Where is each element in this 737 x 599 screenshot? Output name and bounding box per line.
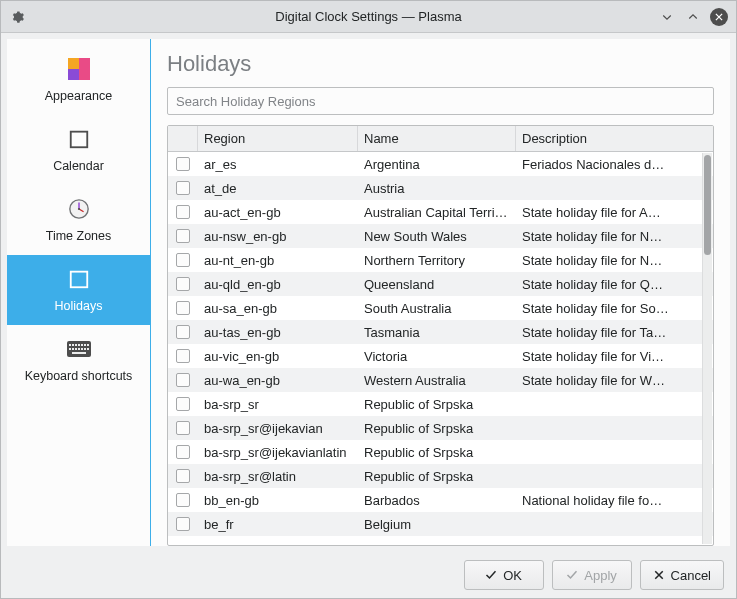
cell-name: Republic of Srpska (358, 469, 516, 484)
holidays-icon (65, 265, 93, 293)
row-checkbox[interactable] (176, 373, 190, 387)
scrollbar-thumb[interactable] (704, 155, 711, 255)
cell-name: Queensland (358, 277, 516, 292)
col-description-header[interactable]: Description (516, 126, 713, 151)
cell-name: Belgium (358, 517, 516, 532)
sidebar-item-timezones[interactable]: Time Zones (7, 185, 150, 255)
table-row[interactable]: au-nsw_en-gbNew South WalesState holiday… (168, 224, 713, 248)
svg-rect-10 (84, 344, 86, 346)
cancel-button-label: Cancel (671, 568, 711, 583)
sidebar-item-label: Calendar (53, 159, 104, 173)
content-pane: Holidays Region Name Description ar_esAr… (151, 39, 730, 546)
table-row[interactable]: au-qld_en-gbQueenslandState holiday file… (168, 272, 713, 296)
cancel-button[interactable]: Cancel (640, 560, 724, 590)
col-name-header[interactable]: Name (358, 126, 516, 151)
row-checkbox[interactable] (176, 349, 190, 363)
cell-name: Northern Territory (358, 253, 516, 268)
cell-name: Republic of Srpska (358, 421, 516, 436)
cell-region: ar_es (198, 157, 358, 172)
row-checkbox[interactable] (176, 229, 190, 243)
table-row[interactable]: at_deAustria (168, 176, 713, 200)
svg-rect-15 (78, 348, 80, 350)
close-button[interactable] (710, 8, 728, 26)
table-row[interactable]: au-tas_en-gbTasmaniaState holiday file f… (168, 320, 713, 344)
search-input[interactable] (167, 87, 714, 115)
cell-name: Barbados (358, 493, 516, 508)
row-checkbox[interactable] (176, 421, 190, 435)
table-header: Region Name Description (168, 126, 713, 152)
row-checkbox[interactable] (176, 157, 190, 171)
row-checkbox[interactable] (176, 493, 190, 507)
svg-rect-19 (72, 352, 86, 354)
svg-rect-17 (84, 348, 86, 350)
svg-rect-6 (72, 344, 74, 346)
svg-point-2 (77, 208, 79, 210)
table-row[interactable]: ba-srp_sr@ijekavianRepublic of Srpska (168, 416, 713, 440)
sidebar-item-calendar[interactable]: Calendar (7, 115, 150, 185)
table-row[interactable]: ba-srp_sr@latinRepublic of Srpska (168, 464, 713, 488)
check-icon (485, 569, 497, 581)
cell-region: au-sa_en-gb (198, 301, 358, 316)
cell-region: bb_en-gb (198, 493, 358, 508)
table-row[interactable]: au-sa_en-gbSouth AustraliaState holiday … (168, 296, 713, 320)
cell-description: State holiday file for Ta… (516, 325, 713, 340)
cell-description: State holiday file for A… (516, 205, 713, 220)
close-icon (653, 569, 665, 581)
col-checkbox[interactable] (168, 126, 198, 151)
table-body: ar_esArgentinaFeriados Nacionales d…at_d… (168, 152, 713, 545)
cell-name: Republic of Srpska (358, 445, 516, 460)
table-row[interactable]: ba-srp_srRepublic of Srpska (168, 392, 713, 416)
menu-icon[interactable] (9, 8, 27, 26)
row-checkbox[interactable] (176, 517, 190, 531)
keyboard-icon (65, 335, 93, 363)
cell-region: ba-srp_sr (198, 397, 358, 412)
row-checkbox[interactable] (176, 397, 190, 411)
cell-name: Argentina (358, 157, 516, 172)
minimize-button[interactable] (658, 8, 676, 26)
cell-region: at_de (198, 181, 358, 196)
row-checkbox[interactable] (176, 301, 190, 315)
cell-region: be_fr (198, 517, 358, 532)
svg-rect-7 (75, 344, 77, 346)
row-checkbox[interactable] (176, 181, 190, 195)
cell-description: Feriados Nacionales d… (516, 157, 713, 172)
cell-region: ba-srp_sr@latin (198, 469, 358, 484)
scrollbar[interactable] (702, 153, 712, 544)
cell-region: au-vic_en-gb (198, 349, 358, 364)
apply-button: Apply (552, 560, 632, 590)
svg-rect-18 (87, 348, 89, 350)
row-checkbox[interactable] (176, 277, 190, 291)
table-row[interactable]: au-act_en-gbAustralian Capital Terri…Sta… (168, 200, 713, 224)
table-row[interactable]: au-nt_en-gbNorthern TerritoryState holid… (168, 248, 713, 272)
cell-region: au-act_en-gb (198, 205, 358, 220)
svg-rect-11 (87, 344, 89, 346)
holidays-table: Region Name Description ar_esArgentinaFe… (167, 125, 714, 546)
cell-region: ba-srp_sr@ijekavian (198, 421, 358, 436)
calendar-icon (65, 125, 93, 153)
table-row[interactable]: be_frBelgium (168, 512, 713, 536)
page-title: Holidays (167, 51, 714, 77)
cell-region: au-qld_en-gb (198, 277, 358, 292)
table-row[interactable]: au-vic_en-gbVictoriaState holiday file f… (168, 344, 713, 368)
row-checkbox[interactable] (176, 445, 190, 459)
cell-region: au-nsw_en-gb (198, 229, 358, 244)
table-row[interactable]: bb_en-gbBarbadosNational holiday file fo… (168, 488, 713, 512)
cell-name: Victoria (358, 349, 516, 364)
sidebar-item-keyboard[interactable]: Keyboard shortcuts (7, 325, 150, 395)
row-checkbox[interactable] (176, 469, 190, 483)
table-row[interactable]: ba-srp_sr@ijekavianlatinRepublic of Srps… (168, 440, 713, 464)
ok-button[interactable]: OK (464, 560, 544, 590)
table-row[interactable]: ar_esArgentinaFeriados Nacionales d… (168, 152, 713, 176)
svg-rect-5 (69, 344, 71, 346)
sidebar-item-appearance[interactable]: Appearance (7, 45, 150, 115)
row-checkbox[interactable] (176, 253, 190, 267)
col-region-header[interactable]: Region (198, 126, 358, 151)
row-checkbox[interactable] (176, 325, 190, 339)
sidebar-item-holidays[interactable]: Holidays (7, 255, 150, 325)
maximize-button[interactable] (684, 8, 702, 26)
row-checkbox[interactable] (176, 205, 190, 219)
cell-description: National holiday file fo… (516, 493, 713, 508)
svg-rect-14 (75, 348, 77, 350)
cell-description: State holiday file for N… (516, 229, 713, 244)
table-row[interactable]: au-wa_en-gbWestern AustraliaState holida… (168, 368, 713, 392)
